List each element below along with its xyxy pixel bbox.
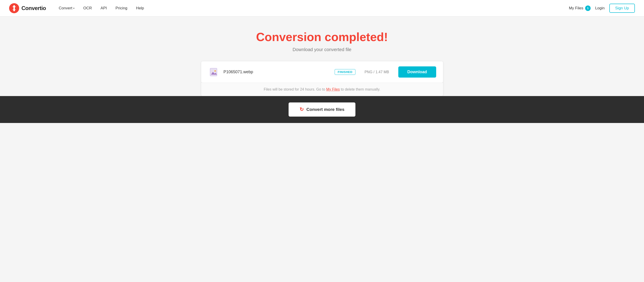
storage-note: Files will be stored for 24 hours. Go to… (201, 82, 443, 96)
svg-rect-1 (14, 5, 15, 11)
file-size-info: PNG / 1.47 MB (364, 70, 389, 74)
nav-links: Convert ▾ OCR API Pricing Help (55, 4, 569, 12)
nav-help[interactable]: Help (132, 4, 148, 12)
my-files-note-link[interactable]: My Files (326, 88, 340, 91)
nav-ocr[interactable]: OCR (80, 4, 96, 12)
svg-point-5 (214, 70, 216, 72)
convert-more-button[interactable]: ↻ Convert more files (288, 102, 356, 116)
chevron-down-icon: ▾ (73, 7, 74, 10)
navbar: Convertio Convert ▾ OCR API Pricing Help… (0, 0, 644, 16)
dark-bar: ↻ Convert more files (0, 96, 644, 123)
file-type-icon (209, 68, 218, 76)
nav-convert[interactable]: Convert ▾ (55, 4, 78, 12)
nav-pricing[interactable]: Pricing (112, 4, 131, 12)
signup-button[interactable]: Sign Up (609, 4, 635, 13)
main-content: Conversion completed! Download your conv… (197, 16, 448, 96)
completion-subtitle: Download your converted file (201, 47, 443, 52)
brand-name: Convertio (22, 5, 46, 12)
refresh-icon: ↻ (300, 106, 304, 112)
nav-api[interactable]: API (97, 4, 110, 12)
completion-title: Conversion completed! (201, 30, 443, 44)
brand-logo-icon (9, 3, 19, 13)
file-name: P1065071.webp (224, 70, 330, 74)
download-button[interactable]: Download (398, 66, 436, 78)
svg-rect-2 (210, 68, 217, 76)
status-badge: FINISHED (335, 69, 356, 75)
brand-logo-link[interactable]: Convertio (9, 3, 46, 13)
file-icon-wrap (208, 66, 219, 78)
my-files-badge: 1 (585, 6, 590, 11)
file-section: P1065071.webp FINISHED PNG / 1.47 MB Dow… (201, 61, 443, 96)
my-files-link[interactable]: My Files 1 (569, 6, 590, 11)
login-link[interactable]: Login (595, 6, 605, 10)
file-card: P1065071.webp FINISHED PNG / 1.47 MB Dow… (201, 61, 443, 82)
nav-right: My Files 1 Login Sign Up (569, 4, 635, 13)
